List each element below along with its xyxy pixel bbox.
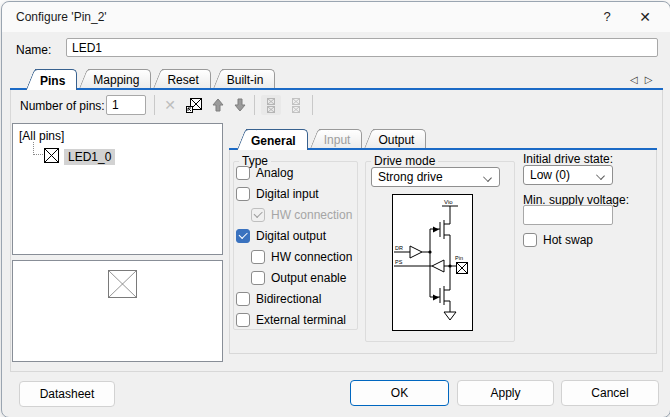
pin-symbol-icon bbox=[108, 270, 137, 298]
tab-mapping[interactable]: Mapping bbox=[88, 69, 151, 88]
toolbar-separator bbox=[154, 95, 155, 115]
configure-pin-dialog: Configure 'Pin_2' ? ✕ Name: Pins Mapping… bbox=[1, 1, 670, 417]
pin-preview-panel bbox=[12, 260, 223, 362]
chevron-down-icon bbox=[483, 173, 492, 182]
digital-input-checkbox[interactable] bbox=[236, 187, 250, 201]
hot-swap-label: Hot swap bbox=[543, 233, 593, 247]
drive-mode-diagram: Vio DR PS Pin bbox=[392, 194, 473, 331]
svg-text:Vio: Vio bbox=[444, 199, 453, 205]
delete-pin-button[interactable]: ✕ bbox=[160, 95, 180, 115]
analog-checkbox[interactable] bbox=[236, 166, 250, 180]
number-of-pins-label: Number of pins: bbox=[20, 99, 105, 113]
input-hw-connection-checkbox[interactable] bbox=[251, 208, 265, 222]
hot-swap-checkbox[interactable] bbox=[523, 233, 537, 247]
tab-pins[interactable]: Pins bbox=[35, 69, 77, 90]
tree-item-led1-0[interactable]: LED1_0 bbox=[64, 149, 115, 165]
min-supply-voltage-input[interactable] bbox=[523, 205, 613, 225]
tab-input[interactable]: Input bbox=[319, 129, 363, 148]
stacked-pins-icon bbox=[290, 97, 302, 113]
tab-general[interactable]: General bbox=[246, 129, 308, 150]
move-up-button[interactable] bbox=[208, 95, 228, 115]
toolbar-separator bbox=[254, 95, 255, 115]
dialog-title: Configure 'Pin_2' bbox=[16, 10, 107, 24]
tree-connector bbox=[33, 142, 43, 155]
output-hw-connection-checkbox[interactable] bbox=[251, 250, 265, 264]
initial-drive-state-label: Initial drive state: bbox=[523, 152, 613, 166]
ok-button[interactable]: OK bbox=[350, 380, 449, 406]
svg-text:Pin: Pin bbox=[455, 255, 463, 261]
external-terminal-checkbox[interactable] bbox=[236, 313, 250, 327]
tab-built-in[interactable]: Built-in bbox=[222, 69, 276, 88]
name-input[interactable] bbox=[66, 38, 658, 57]
tab-output[interactable]: Output bbox=[373, 129, 426, 148]
arrow-down-icon bbox=[234, 98, 246, 112]
number-of-pins-input[interactable] bbox=[106, 95, 146, 115]
cancel-button[interactable]: Cancel bbox=[561, 380, 659, 406]
pair-odd-pins-button[interactable] bbox=[261, 95, 281, 115]
pair-even-pins-button[interactable] bbox=[286, 95, 306, 115]
output-enable-checkbox[interactable] bbox=[251, 271, 265, 285]
tab-scroll-left-icon[interactable]: ◁ bbox=[630, 74, 645, 85]
arrow-up-icon bbox=[212, 98, 224, 112]
toolbar-separator bbox=[312, 95, 313, 115]
tree-root-all-pins[interactable]: [All pins] bbox=[19, 129, 64, 143]
initial-drive-state-select[interactable]: Low (0) bbox=[523, 165, 613, 185]
titlebar: Configure 'Pin_2' ? ✕ bbox=[2, 2, 670, 32]
pin-tree-panel[interactable]: [All pins] LED1_0 bbox=[12, 123, 223, 255]
digital-output-checkbox[interactable] bbox=[236, 229, 250, 243]
pin-box-icon bbox=[186, 97, 203, 114]
help-icon[interactable]: ? bbox=[594, 5, 620, 29]
close-icon[interactable]: ✕ bbox=[632, 5, 658, 29]
delete-icon: ✕ bbox=[164, 97, 176, 113]
pin-format-button[interactable] bbox=[184, 95, 204, 115]
main-tabstrip: Pins Mapping Reset Built-in bbox=[24, 69, 275, 90]
apply-button[interactable]: Apply bbox=[457, 380, 554, 406]
name-label: Name: bbox=[16, 43, 51, 57]
datasheet-button[interactable]: Datasheet bbox=[19, 381, 115, 407]
svg-text:DR: DR bbox=[395, 245, 403, 251]
drive-mode-legend: Drive mode bbox=[371, 154, 438, 168]
drive-mode-select[interactable]: Strong drive bbox=[371, 167, 500, 187]
chevron-down-icon bbox=[596, 171, 605, 180]
stacked-pins-icon bbox=[265, 97, 277, 113]
svg-text:PS: PS bbox=[395, 259, 403, 265]
tab-reset[interactable]: Reset bbox=[162, 69, 210, 88]
sub-tabstrip: General Input Output bbox=[235, 129, 426, 150]
bidirectional-checkbox[interactable] bbox=[236, 292, 250, 306]
move-down-button[interactable] bbox=[230, 95, 250, 115]
pin-box-icon bbox=[43, 147, 60, 164]
tab-scroll-right-icon[interactable]: ▷ bbox=[645, 74, 660, 85]
